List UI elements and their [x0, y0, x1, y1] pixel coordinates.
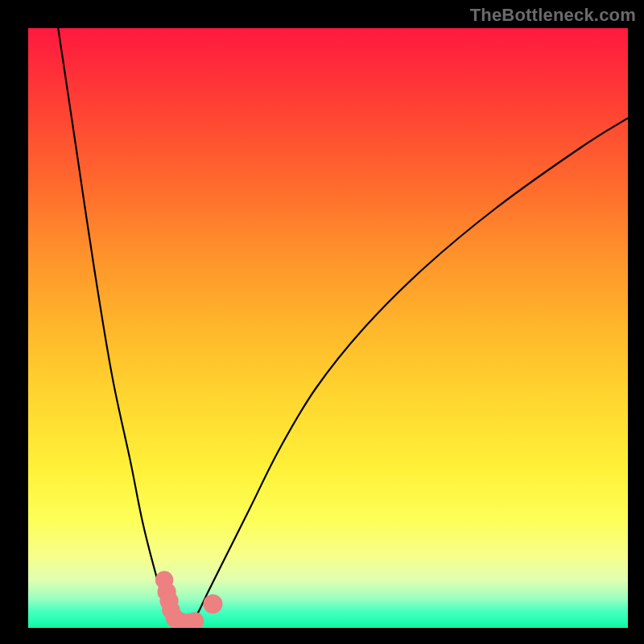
- data-marker: [204, 594, 223, 613]
- left-branch-curve: [58, 28, 184, 628]
- curve-group: [58, 28, 628, 628]
- figure-frame: TheBottleneck.com: [0, 0, 644, 644]
- chart-svg: [28, 28, 628, 628]
- watermark-text: TheBottleneck.com: [470, 5, 636, 26]
- plot-area: [28, 28, 628, 628]
- right-branch-curve: [184, 118, 628, 628]
- marker-group: [155, 571, 223, 628]
